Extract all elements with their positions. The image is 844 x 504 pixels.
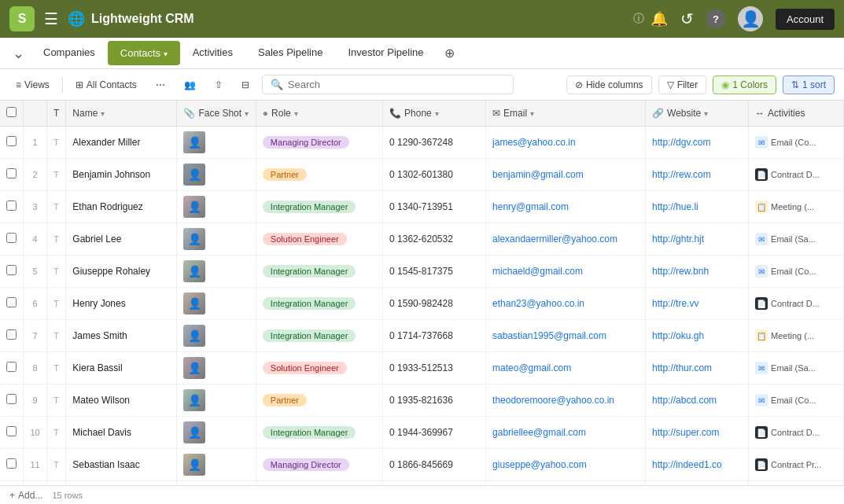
row-website[interactable]: http://ghtr.hjt <box>646 223 749 256</box>
row-website[interactable]: http://abcd.com <box>646 384 749 417</box>
add-row-button[interactable]: + Add... <box>9 490 42 501</box>
website-link[interactable]: http://super.com <box>652 427 719 438</box>
email-link[interactable]: alexandaermiller@yahoo.com <box>492 234 617 245</box>
tab-collapse-toggle[interactable]: ⌄ <box>6 45 31 62</box>
row-email[interactable]: mateo@gmail.com <box>486 352 646 384</box>
name-sort-arrow[interactable]: ▾ <box>101 109 105 118</box>
name-header[interactable]: Name ▾ <box>66 101 177 127</box>
tab-contacts[interactable]: Contacts ▾ <box>108 41 180 65</box>
website-link[interactable]: http://hue.li <box>652 201 698 212</box>
website-sort-arrow[interactable]: ▾ <box>704 109 708 118</box>
row-checkbox-6[interactable] <box>6 329 17 340</box>
row-email[interactable]: ethan23@yahoo.co.in <box>486 288 646 320</box>
tab-investor-pipeline[interactable]: Investor Pipeline <box>335 40 436 66</box>
email-link[interactable]: james@yahoo.co.in <box>492 137 576 148</box>
table-row[interactable]: 11 T Sebastian Isaac 👤 Managing Director… <box>0 449 844 481</box>
row-checkbox-1[interactable] <box>6 168 17 178</box>
email-header[interactable]: ✉ Email ▾ <box>486 101 646 127</box>
website-link[interactable]: http://indeed1.co <box>652 459 722 470</box>
tab-companies[interactable]: Companies <box>31 40 108 66</box>
row-name[interactable]: Ethan Rodriguez <box>66 191 177 223</box>
layout-button[interactable]: ⊟ <box>235 76 256 94</box>
row-checkbox-cell[interactable] <box>0 417 24 449</box>
row-checkbox-cell[interactable] <box>0 191 24 223</box>
row-email[interactable]: michaeld@gmail.com <box>486 256 646 288</box>
row-email[interactable]: gabriellee@gmail.com <box>486 417 646 449</box>
row-name[interactable]: Giuseppe Rohaley <box>66 256 177 288</box>
table-row[interactable]: 2 T Benjamin Johnson 👤 Partner 0 1302-60… <box>0 159 844 191</box>
website-header[interactable]: 🔗 Website ▾ <box>646 101 749 127</box>
email-link[interactable]: henry@gmail.com <box>492 201 569 212</box>
email-sort-arrow[interactable]: ▾ <box>530 109 534 118</box>
row-checkbox-cell[interactable] <box>0 320 24 352</box>
website-link[interactable]: http://thur.com <box>652 362 712 373</box>
more-options-button[interactable]: ⋯ <box>149 76 171 94</box>
email-link[interactable]: mateo@gmail.com <box>492 362 571 373</box>
row-checkbox-7[interactable] <box>6 362 17 372</box>
history-icon[interactable]: ↺ <box>680 9 694 28</box>
row-name[interactable]: Sebastian Isaac <box>66 449 177 481</box>
row-email[interactable]: giuseppe@yahoo.com <box>486 449 646 481</box>
table-row[interactable]: 8 T Kiera Bassil 👤 Solution Engineer 0 1… <box>0 352 844 384</box>
add-tab-button[interactable]: ⊕ <box>437 42 463 64</box>
activities-header[interactable]: ↔ Activities <box>749 101 844 127</box>
row-name[interactable]: Benjamin Johnson <box>66 159 177 191</box>
table-row[interactable]: 7 T James Smith 👤 Integration Manager 0 … <box>0 320 844 352</box>
views-button[interactable]: ≡ Views <box>9 76 56 94</box>
hide-columns-button[interactable]: ⊘ Hide columns <box>566 75 652 94</box>
row-checkbox-10[interactable] <box>6 458 17 469</box>
row-email[interactable]: benjamin@gmail.com <box>486 159 646 191</box>
face-shot-sort-arrow[interactable]: ▾ <box>245 109 249 118</box>
row-checkbox-5[interactable] <box>6 297 17 307</box>
phone-sort-arrow[interactable]: ▾ <box>435 109 439 118</box>
all-contacts-button[interactable]: ⊞ All Contacts <box>69 76 143 94</box>
hamburger-menu[interactable]: ☰ <box>41 6 61 31</box>
row-name[interactable]: Gabriel Lee <box>66 223 177 256</box>
app-logo[interactable]: S <box>9 6 35 31</box>
row-checkbox-0[interactable] <box>6 136 17 146</box>
website-link[interactable]: http://tre.vv <box>652 298 698 309</box>
row-checkbox-2[interactable] <box>6 200 17 211</box>
row-checkbox-cell[interactable] <box>0 288 24 320</box>
filter-button[interactable]: ▽ Filter <box>658 75 707 94</box>
email-link[interactable]: sabastian1995@gmail.com <box>492 330 606 341</box>
row-checkbox-cell[interactable] <box>0 127 24 159</box>
table-row[interactable]: 1 T Alexander Miller 👤 Managing Director… <box>0 127 844 159</box>
row-checkbox-cell[interactable] <box>0 384 24 417</box>
table-row[interactable]: 4 T Gabriel Lee 👤 Solution Engineer 0 13… <box>0 223 844 256</box>
row-website[interactable]: http://rew.com <box>646 159 749 191</box>
row-name[interactable]: Michael Davis <box>66 417 177 449</box>
avatar[interactable]: 👤 <box>738 6 763 31</box>
row-website[interactable]: http://rew.bnh <box>646 256 749 288</box>
row-checkbox-cell[interactable] <box>0 352 24 384</box>
tab-sales-pipeline[interactable]: Sales Pipeline <box>245 40 335 66</box>
group-button[interactable]: 👥 <box>178 76 202 94</box>
row-checkbox-8[interactable] <box>6 394 17 404</box>
phone-header[interactable]: 📞 Phone ▾ <box>383 101 486 127</box>
row-website[interactable]: http://thur.com <box>646 352 749 384</box>
row-website[interactable]: http://super.com <box>646 417 749 449</box>
website-link[interactable]: http://dgv.com <box>652 137 710 148</box>
row-checkbox-3[interactable] <box>6 233 17 243</box>
row-website[interactable]: http://dgv.com <box>646 127 749 159</box>
row-name[interactable]: Kiera Bassil <box>66 352 177 384</box>
row-checkbox-9[interactable] <box>6 426 17 436</box>
row-email[interactable]: theodoremoore@yahoo.co.in <box>486 384 646 417</box>
website-link[interactable]: http://oku.gh <box>652 330 704 341</box>
role-sort-arrow[interactable]: ▾ <box>294 109 298 118</box>
email-link[interactable]: michaeld@gmail.com <box>492 266 583 277</box>
email-link[interactable]: theodoremoore@yahoo.co.in <box>492 395 614 406</box>
table-row[interactable]: 10 T Michael Davis 👤 Integration Manager… <box>0 417 844 449</box>
table-row[interactable]: 5 T Giuseppe Rohaley 👤 Integration Manag… <box>0 256 844 288</box>
row-checkbox-cell[interactable] <box>0 449 24 481</box>
row-checkbox-cell[interactable] <box>0 256 24 288</box>
row-name[interactable]: Mateo Wilson <box>66 384 177 417</box>
select-all-checkbox[interactable] <box>6 107 17 117</box>
tab-activities[interactable]: Activities <box>180 40 245 66</box>
row-name[interactable]: Henry Jones <box>66 288 177 320</box>
website-link[interactable]: http://abcd.com <box>652 395 717 406</box>
colors-button[interactable]: ◉ 1 Colors <box>713 75 776 94</box>
account-button[interactable]: Account <box>776 9 835 30</box>
checkbox-header[interactable] <box>0 101 24 127</box>
row-name[interactable]: James Smith <box>66 320 177 352</box>
